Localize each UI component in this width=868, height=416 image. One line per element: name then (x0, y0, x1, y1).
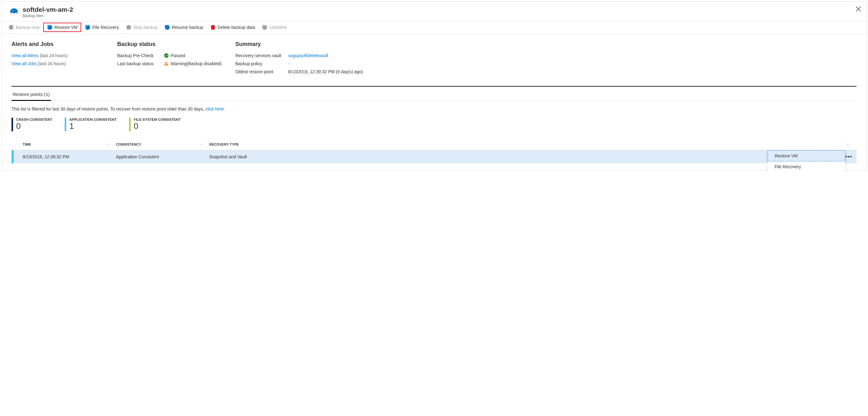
backup-status-section: Backup status Backup Pre-Check Passed La… (117, 41, 223, 77)
delete-backup-data-button[interactable]: Delete backup data (210, 25, 255, 30)
close-button[interactable] (855, 6, 862, 13)
page-subtitle: Backup Item (23, 14, 73, 18)
warning-icon (164, 61, 169, 66)
section-title: Backup status (117, 41, 223, 47)
cell-consistency: Application Consistent (116, 154, 209, 159)
counter-application-consistent: APPLICATION CONSISTENT 1 (65, 118, 117, 131)
filter-note: This list is filtered for last 30 days o… (11, 106, 857, 111)
restore-point-row[interactable]: 8/13/2019, 12:39:32 PM Application Consi… (11, 150, 857, 163)
column-time[interactable]: TIME ↑↓ (23, 142, 116, 146)
row-context-menu: Restore VM File Recovery (768, 150, 845, 172)
undelete-button: Undelete (262, 25, 287, 30)
column-consistency[interactable]: CONSISTENCY ↑↓ (116, 142, 209, 146)
svg-rect-3 (166, 63, 167, 64)
last-backup-label: Last backup status (117, 61, 164, 66)
consistency-counters: CRASH CONSISTENT 0 APPLICATION CONSISTEN… (11, 118, 857, 131)
view-all-alerts-link[interactable]: View all Alerts (11, 53, 38, 58)
vault-link[interactable]: sogupsoftdeletevault (288, 53, 328, 58)
section-title: Alerts and Jobs (11, 41, 105, 47)
counter-crash-consistent: CRASH CONSISTENT 0 (11, 118, 52, 131)
view-jobs-suffix: (last 24 hours) (38, 61, 66, 66)
resume-backup-button[interactable]: Resume backup (164, 25, 203, 30)
counter-bar (11, 118, 13, 131)
counter-bar (65, 118, 66, 131)
page-title: softdel-vm-am-2 (23, 6, 73, 13)
menu-file-recovery[interactable]: File Recovery (768, 162, 845, 172)
oldest-restore-label: Oldest restore point (235, 69, 288, 74)
close-icon (855, 6, 862, 12)
alerts-jobs-section: Alerts and Jobs View all Alerts (last 24… (11, 41, 105, 77)
restore-vm-button[interactable]: Restore VM (43, 23, 81, 32)
section-title: Summary (235, 41, 857, 47)
backup-icon (8, 25, 14, 30)
content-area: Alerts and Jobs View all Alerts (last 24… (2, 34, 866, 170)
sort-icon: ↑↓ (199, 142, 203, 146)
blade-header: softdel-vm-am-2 Backup Item (2, 2, 866, 21)
restore-points-header: TIME ↑↓ CONSISTENCY ↑↓ RECOVERY TYPE ↑↓ (11, 139, 857, 150)
column-recovery-type[interactable]: RECOVERY TYPE ↑↓ (209, 142, 857, 146)
policy-link[interactable]: - (288, 61, 290, 66)
row-accent (11, 150, 14, 163)
command-bar: Backup now Restore VM File Recovery Stop… (2, 21, 866, 34)
divider (11, 86, 857, 86)
view-all-jobs-link[interactable]: View all Jobs (11, 61, 37, 66)
info-columns: Alerts and Jobs View all Alerts (last 24… (11, 41, 857, 77)
svg-point-2 (164, 54, 168, 58)
backup-item-blade: softdel-vm-am-2 Backup Item Backup now R… (1, 1, 867, 170)
svg-point-0 (12, 10, 14, 11)
precheck-value: Passed (171, 53, 185, 58)
tab-restore-points[interactable]: Restore points (1) (11, 89, 51, 101)
summary-section: Summary Recovery services vault sogupsof… (235, 41, 857, 77)
oldest-restore-value: 8/13/2019, 12:39:32 PM (9 day(s) ago) (288, 69, 363, 74)
undo-icon (47, 25, 53, 30)
stop-icon (126, 25, 131, 30)
menu-restore-vm[interactable]: Restore VM (768, 150, 845, 162)
stop-backup-button: Stop backup (126, 25, 158, 30)
file-recovery-button[interactable]: File Recovery (85, 25, 119, 30)
counter-bar (129, 118, 131, 131)
undo-icon (85, 25, 90, 30)
sort-icon: ↑↓ (847, 142, 850, 146)
svg-rect-4 (166, 65, 167, 65)
vault-label: Recovery services vault (235, 53, 288, 58)
backup-now-button: Backup now (8, 25, 39, 30)
row-more-button[interactable]: ••• (845, 154, 852, 160)
last-backup-value: Warning(Backup disabled) (171, 61, 222, 66)
counter-file-system-consistent: FILE-SYSTEM CONSISTENT 0 (129, 118, 181, 131)
refresh-icon (164, 25, 170, 30)
recovery-services-icon (8, 6, 20, 18)
sort-icon: ↑↓ (106, 142, 110, 146)
trash-icon (210, 25, 216, 30)
undo-icon (262, 25, 267, 30)
restore-points-tabs: Restore points (1) (11, 89, 857, 101)
view-alerts-suffix: (last 24 hours) (40, 53, 67, 58)
policy-label: Backup policy (235, 61, 288, 66)
click-here-link[interactable]: click here. (206, 106, 225, 111)
success-icon (164, 53, 169, 58)
cell-recovery-type: Snapshot and Vault (209, 154, 857, 159)
precheck-label: Backup Pre-Check (117, 53, 164, 58)
cell-time: 8/13/2019, 12:39:32 PM (23, 154, 116, 159)
